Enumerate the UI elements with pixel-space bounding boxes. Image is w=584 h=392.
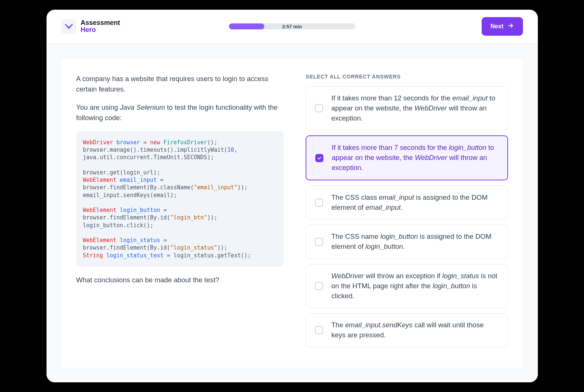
content: A company has a website that requires us… xyxy=(47,44,538,382)
logo: Assessment Hero xyxy=(61,19,120,34)
timer-label: 2:57 min xyxy=(282,24,302,29)
brand-line2: Hero xyxy=(81,26,120,34)
answer-option-0[interactable]: If it takes more than 12 seconds for the… xyxy=(306,86,508,130)
checkbox-icon xyxy=(315,282,323,290)
question-column: A company has a website that requires us… xyxy=(76,74,284,353)
question-paragraph-2: You are using Java Selenium to test the … xyxy=(76,102,284,123)
answers-column: SELECT ALL CORRECT ANSWERS If it takes m… xyxy=(306,74,508,353)
answer-option-text: If it takes more than 7 seconds for the … xyxy=(332,143,498,173)
progress: 2:57 min xyxy=(229,23,355,29)
answer-option-text: The CSS name login_button is assigned to… xyxy=(331,232,498,252)
checkbox-icon xyxy=(315,154,323,162)
next-button-label: Next xyxy=(491,23,504,30)
answer-option-4[interactable]: WebDriver will throw an exception if log… xyxy=(306,264,508,308)
answers-heading: SELECT ALL CORRECT ANSWERS xyxy=(306,74,508,80)
answer-option-text: The CSS class email_input is assigned to… xyxy=(331,193,498,213)
brand-line1: Assessment xyxy=(81,19,120,27)
answer-option-3[interactable]: The CSS name login_button is assigned to… xyxy=(306,225,508,259)
checkbox-icon xyxy=(315,326,323,334)
logo-text: Assessment Hero xyxy=(81,19,120,34)
answer-option-5[interactable]: The email_input.sendKeys call will wait … xyxy=(306,313,508,347)
logo-icon xyxy=(61,19,76,34)
progress-fill xyxy=(229,23,264,29)
question-paragraph-3: What conclusions can be made about the t… xyxy=(76,275,284,285)
next-button[interactable]: Next xyxy=(482,17,523,36)
answers-list: If it takes more than 12 seconds for the… xyxy=(306,86,508,347)
answer-option-text: The email_input.sendKeys call will wait … xyxy=(331,320,498,340)
arrow-right-icon xyxy=(507,22,514,30)
answer-option-text: If it takes more than 12 seconds for the… xyxy=(331,93,498,123)
answer-option-text: WebDriver will throw an exception if log… xyxy=(331,271,498,301)
answer-option-1[interactable]: If it takes more than 7 seconds for the … xyxy=(306,135,508,180)
progress-bar: 2:57 min xyxy=(229,23,355,29)
app-window: Assessment Hero 2:57 min Next A company … xyxy=(47,10,538,382)
checkbox-icon xyxy=(315,238,323,246)
answer-option-2[interactable]: The CSS class email_input is assigned to… xyxy=(306,186,508,220)
checkbox-icon xyxy=(315,104,323,112)
header: Assessment Hero 2:57 min Next xyxy=(47,10,538,44)
checkbox-icon xyxy=(315,199,323,207)
question-paragraph-1: A company has a website that requires us… xyxy=(76,74,284,94)
question-card: A company has a website that requires us… xyxy=(61,59,523,367)
code-block: WebDriver browser = new FirefoxDriver();… xyxy=(76,131,284,267)
